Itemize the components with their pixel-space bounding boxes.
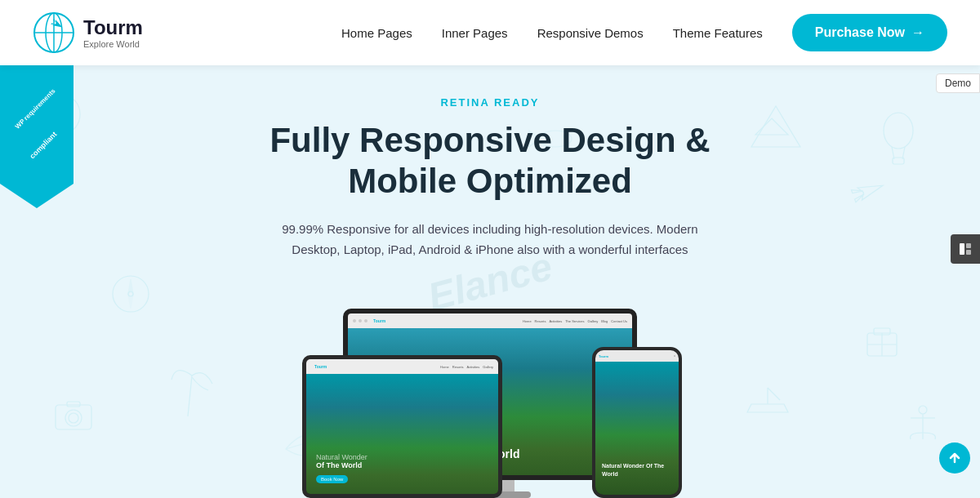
scroll-top-button[interactable]	[939, 442, 970, 474]
tablet-screen-nav: Tourm Home Resorts Activities Gallery Bo…	[306, 359, 498, 374]
purchase-btn-label: Purchase Now	[815, 25, 905, 40]
nav-links: Home Pages Inner Pages Responsive Demos …	[341, 26, 763, 40]
nav-theme-features[interactable]: Theme Features	[673, 26, 763, 40]
nav-inner-pages[interactable]: Inner Pages	[442, 26, 508, 40]
svg-rect-14	[893, 158, 904, 164]
phone-nav: Tourm ≡	[595, 350, 679, 362]
svg-rect-54	[960, 243, 964, 255]
svg-marker-30	[755, 118, 788, 135]
desktop-screen-nav: Tourm Home Resorts Activities The Servic…	[348, 313, 632, 328]
purchase-now-button[interactable]: Purchase Now →	[792, 14, 947, 51]
tablet-screen: Tourm Home Resorts Activities Gallery Bo…	[302, 355, 502, 498]
hero-description: 99.99% Responsive for all devices includ…	[278, 219, 702, 260]
brand-name: Tourm	[83, 16, 143, 39]
mini-logo: Tourm	[373, 318, 385, 323]
nav-dot-1	[353, 319, 356, 322]
arrow-up-icon	[947, 451, 962, 465]
hero-title: Fully Responsive Design & Mobile Optimiz…	[270, 120, 710, 202]
wp-ribbon: WP requirements compliant	[0, 65, 82, 216]
demo-badge: Demo	[936, 73, 980, 93]
svg-point-11	[884, 113, 913, 149]
tablet-wonder-text: Of The World	[316, 461, 368, 469]
phone-wonder-text: Natural Wonder Of The World	[602, 462, 679, 478]
logo[interactable]: Tourm Explore World	[33, 11, 143, 54]
sidebar-icon	[958, 242, 973, 256]
devices-mockup: Tourm Home Resorts Activities The Servic…	[0, 291, 980, 498]
svg-rect-55	[966, 243, 971, 248]
svg-line-12	[892, 147, 894, 159]
phone-mockup: Tourm ≡ Natural Wonder Of The World	[592, 347, 682, 498]
brand-tagline: Explore World	[83, 39, 143, 49]
mini-nav-items: Home Resorts Activities The Services Gal…	[523, 319, 627, 323]
retina-label: RETINA READY	[270, 96, 710, 109]
hero-text-block: RETINA READY Fully Responsive Design & M…	[270, 96, 710, 283]
nav-responsive-demos[interactable]: Responsive Demos	[537, 26, 644, 40]
right-sidebar-toggle[interactable]	[951, 234, 980, 264]
phone-landscape: Natural Wonder Of The World	[595, 362, 679, 495]
svg-rect-56	[966, 250, 971, 255]
svg-line-13	[902, 147, 905, 159]
logo-icon	[33, 11, 75, 54]
hero-title-line2: Mobile Optimized	[348, 162, 632, 200]
arrow-right-icon: →	[911, 25, 924, 40]
tablet-mini-logo: Tourm	[314, 364, 327, 369]
hero-title-line1: Fully Responsive Design &	[270, 121, 710, 159]
phone-logo: Tourm	[599, 354, 608, 358]
phone-overlay-text: Natural Wonder Of The World	[602, 462, 679, 478]
phone-menu: ≡	[674, 354, 675, 358]
navbar: Tourm Explore World Home Pages Inner Pag…	[0, 0, 980, 65]
tablet-overlay-text: Natural Wonder Of The World Book Now	[316, 453, 368, 484]
nav-home-pages[interactable]: Home Pages	[341, 26, 412, 40]
tablet-btn: Book Now	[316, 475, 348, 483]
tablet-mockup: Tourm Home Resorts Activities Gallery Bo…	[302, 355, 502, 498]
phone-screen: Tourm ≡ Natural Wonder Of The World	[592, 347, 682, 498]
hero-section: WP requirements compliant Elance RETINA …	[0, 65, 980, 498]
svg-marker-29	[751, 106, 800, 147]
svg-marker-45	[0, 65, 74, 208]
nav-dot-3	[364, 319, 368, 322]
nav-dot-2	[359, 319, 362, 322]
tablet-landscape: Natural Wonder Of The World Book Now	[306, 374, 498, 498]
tablet-nav-items: Home Resorts Activities Gallery	[440, 365, 493, 369]
